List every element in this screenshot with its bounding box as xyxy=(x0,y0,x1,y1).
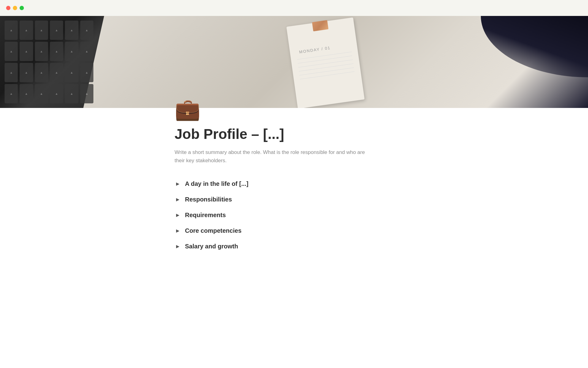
toggle-item-salary-and-growth[interactable]: ▶ Salary and growth xyxy=(175,239,413,254)
toggle-arrow-5: ▶ xyxy=(175,244,181,249)
toggle-label-2: Responsibilities xyxy=(185,196,232,203)
toggle-item-responsibilities[interactable]: ▶ Responsibilities xyxy=(175,192,413,207)
toggle-arrow-2: ▶ xyxy=(175,197,181,202)
toggle-arrow-3: ▶ xyxy=(175,213,181,217)
keyboard-decoration xyxy=(0,16,98,108)
titlebar xyxy=(0,0,588,16)
page-summary: Write a short summary about the role. Wh… xyxy=(175,148,371,165)
toggle-list: ▶ A day in the life of [...] ▶ Responsib… xyxy=(175,176,413,254)
toggle-item-day-in-life[interactable]: ▶ A day in the life of [...] xyxy=(175,176,413,192)
toggle-arrow-4: ▶ xyxy=(175,228,181,233)
toggle-arrow-1: ▶ xyxy=(175,181,181,186)
maximize-button[interactable] xyxy=(20,6,24,10)
toggle-item-requirements[interactable]: ▶ Requirements xyxy=(175,207,413,223)
hero-image xyxy=(0,16,588,108)
page-icon: 💼 xyxy=(175,99,413,120)
minimize-button[interactable] xyxy=(13,6,17,10)
toggle-label-4: Core competencies xyxy=(185,227,242,234)
close-button[interactable] xyxy=(6,6,10,10)
toggle-label-3: Requirements xyxy=(185,212,226,219)
page-title: Job Profile – [...] xyxy=(175,126,413,143)
page-content: 💼 Job Profile – [...] Write a short summ… xyxy=(156,99,432,279)
toggle-item-core-competencies[interactable]: ▶ Core competencies xyxy=(175,223,413,239)
clipboard-decoration xyxy=(277,22,363,108)
toggle-label-1: A day in the life of [...] xyxy=(185,180,248,187)
toggle-label-5: Salary and growth xyxy=(185,243,238,250)
hero-dark-element xyxy=(481,16,588,77)
